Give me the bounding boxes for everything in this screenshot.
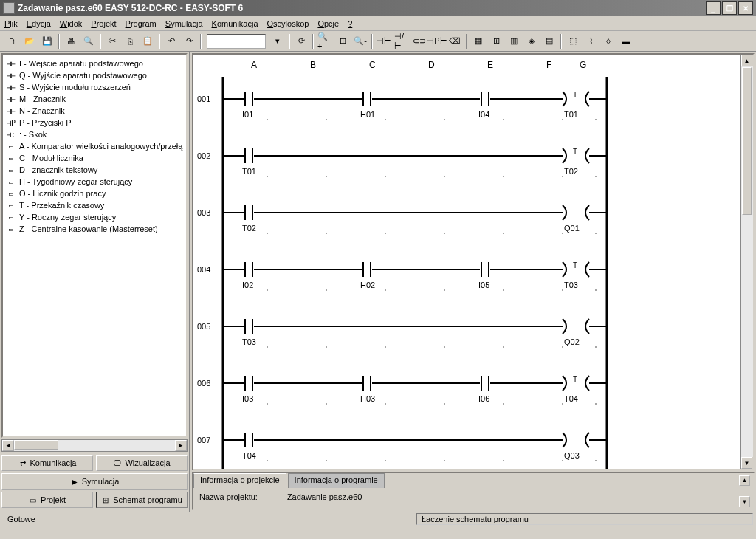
svg-text:H02: H02 [360,281,375,289]
undo-icon[interactable]: ↶ [163,33,179,49]
svg-text:003: 003 [197,208,210,217]
contact-icon: ▭ [6,154,16,162]
svg-point-40 [444,346,445,348]
table-icon[interactable]: ▤ [541,33,557,49]
copy-icon[interactable]: ⎘ [122,33,138,49]
scroll-left-icon[interactable]: ◄ [2,440,14,451]
symulacja-button[interactable]: ▶Symulacja [1,473,188,490]
menu-komunikacja[interactable]: Komunikacja [212,19,258,28]
zoom-combo[interactable] [207,34,266,49]
scroll-right-icon[interactable]: ► [175,440,187,451]
tree-item-a[interactable]: ▭A - Komparator wielkości analogowych/pr… [4,140,185,152]
info-scroll-down-icon[interactable]: ▼ [739,496,750,507]
zoom-fit-icon[interactable]: ⊞ [334,33,351,49]
tree-item-:[interactable]: ⊣:: - Skok [4,128,185,140]
zoom-in-icon[interactable]: 🔍+ [317,33,333,49]
new-file-icon[interactable]: 🗋 [4,33,20,49]
menu-oscyloskop[interactable]: Oscyloskop [267,19,309,28]
contact-icon: ▭ [6,225,16,233]
close-button[interactable]: ✕ [738,1,753,15]
tree-item-t[interactable]: ▭T - Przekaźnik czasowy [4,199,185,211]
menu-plik[interactable]: Plik [4,19,18,28]
delete-icon[interactable]: ⌫ [447,33,463,49]
scroll-down-icon[interactable]: ▼ [741,457,752,469]
save-file-icon[interactable]: 💾 [39,33,55,49]
svg-text:005: 005 [197,322,210,331]
svg-point-38 [326,346,327,348]
svg-point-23 [267,233,268,234]
svg-text:E: E [487,60,493,70]
tree-item-p[interactable]: ⊣PP - Przyciski P [4,117,185,128]
tree-item-h[interactable]: ▭H - Tygodniowy zegar sterujący [4,176,185,188]
menu-edycja[interactable]: Edycja [27,19,51,28]
print-icon[interactable]: 🖶 [63,33,79,49]
open-file-icon[interactable]: 📂 [21,33,38,49]
komunikacja-button[interactable]: ⇄Komunikacja [1,455,93,471]
svg-point-54 [444,460,445,461]
tree-item-c[interactable]: ▭C - Moduł licznika [4,152,185,164]
sidebar-tabs: ⇄Komunikacja 🖵Wizualizacja ▶Symulacja ▭P… [0,453,189,512]
tree-item-m[interactable]: ⊣⊢M - Znacznik [4,93,185,105]
menu-?[interactable]: ? [348,19,352,28]
svg-text:B: B [310,60,316,70]
svg-text:F: F [546,60,551,70]
info-scroll-up-icon[interactable]: ▲ [739,475,750,486]
ladder-canvas[interactable]: ABCDEFG001I01H01I04TT01002T01TT02003T02Q… [192,53,755,470]
tree-hscroll[interactable]: ◄ ► [1,439,188,452]
select-icon[interactable]: ⬚ [565,33,581,49]
status-left: Gotowe [3,513,416,525]
info-tab-project[interactable]: Informacja o projekcie [193,473,286,488]
erase-icon[interactable]: ◊ [600,33,616,49]
zoom-out-icon[interactable]: 🔍- [352,33,368,49]
dropdown-icon[interactable]: ▾ [269,33,286,49]
schemat-button[interactable]: ⊞Schemat programu [96,492,188,508]
print-preview-icon[interactable]: 🔍 [80,33,97,49]
paste-icon[interactable]: 📋 [140,33,156,49]
tree-item-z[interactable]: ▭Z - Centralne kasowanie (Masterreset) [4,223,185,235]
svg-text:T02: T02 [242,224,256,233]
wizualizacja-button[interactable]: 🖵Wizualizacja [96,455,188,471]
contact-nc-icon[interactable]: ⊣/⊢ [394,33,410,49]
view2-icon[interactable]: ⊞ [488,33,504,49]
menu-opcje[interactable]: Opcje [317,19,339,28]
svg-text:002: 002 [197,151,210,160]
tree-item-o[interactable]: ▭O - Licznik godzin pracy [4,188,185,199]
contact-icon: ⊣: [6,131,16,139]
refresh-icon[interactable]: ⟳ [293,33,309,49]
wire-icon[interactable]: ⌇ [583,33,599,49]
redo-icon[interactable]: ↷ [181,33,197,49]
comment-icon[interactable]: ▬ [618,33,634,49]
titlebar: Zadawanie pasz.e60 EASY 512-DC-RC - EASY… [0,0,756,16]
menu-widok[interactable]: Widok [60,19,83,28]
svg-point-33 [444,289,445,291]
menu-program[interactable]: Program [126,19,157,28]
contact-no-icon[interactable]: ⊣⊢ [376,33,392,49]
info-label: Nazwa projektu: [199,492,258,501]
hscroll-thumb[interactable] [14,440,58,450]
maximize-button[interactable]: ❐ [722,1,737,15]
info-tab-program[interactable]: Informacja o programie [288,473,385,488]
tool1-icon[interactable]: ◈ [523,33,540,49]
tree-item-d[interactable]: ▭D - znacznik tekstowy [4,164,185,176]
window-title: Zadawanie pasz.e60 EASY 512-DC-RC - EASY… [18,3,243,13]
tree-item-s[interactable]: ⊣⊢S - Wyjście modułu rozszerzeń [4,81,185,93]
contact-icon: ⊣⊢ [6,107,16,115]
tree-item-q[interactable]: ⊣⊢Q - Wyjście aparatu podstawowego [4,69,185,81]
vscroll-thumb[interactable] [742,67,752,215]
canvas-vscroll[interactable]: ▲ ▼ [740,55,753,469]
contact-p-icon[interactable]: ⊣P⊢ [429,33,445,49]
minimize-button[interactable]: _ [706,1,721,15]
svg-point-51 [267,460,268,461]
view3-icon[interactable]: ▥ [506,33,522,49]
view1-icon[interactable]: ▦ [470,33,487,49]
svg-text:G: G [580,60,586,70]
scroll-up-icon[interactable]: ▲ [741,55,752,66]
cut-icon[interactable]: ✂ [104,33,120,49]
menu-projekt[interactable]: Projekt [91,19,116,28]
tree-item-i[interactable]: ⊣⊢I - Wejście aparatu podstawowego [4,58,185,69]
projekt-button[interactable]: ▭Projekt [1,492,93,508]
tree-item-n[interactable]: ⊣⊢N - Znacznik [4,105,185,117]
menu-symulacja[interactable]: Symulacja [165,19,203,28]
coil-icon[interactable]: ⊂⊃ [411,33,427,49]
tree-item-y[interactable]: ▭Y - Roczny zegar sterujący [4,211,185,223]
